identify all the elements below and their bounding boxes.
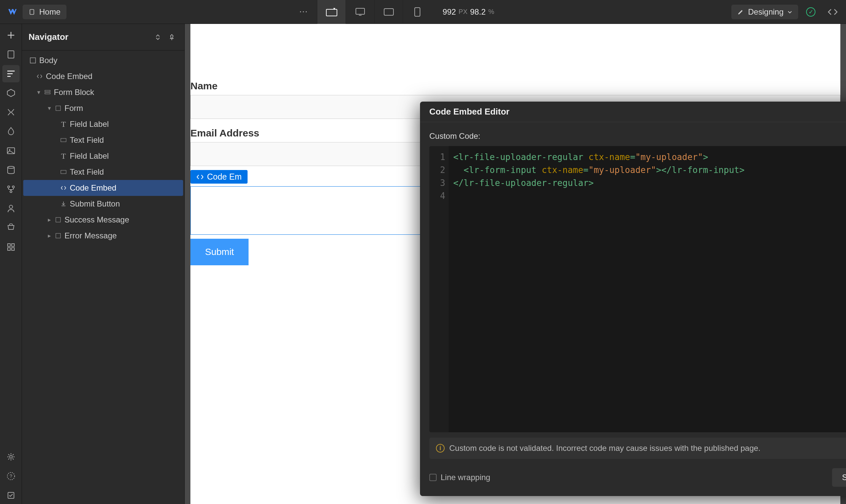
- apps-icon[interactable]: [2, 238, 20, 256]
- chevron-down-icon: [788, 10, 792, 14]
- device-desktop[interactable]: [346, 0, 374, 24]
- page-selector[interactable]: Home: [22, 5, 67, 19]
- label-icon: T: [60, 121, 67, 128]
- publish-status-icon[interactable]: ✓: [801, 3, 820, 21]
- form-icon: [54, 105, 62, 112]
- svg-rect-5: [415, 7, 420, 16]
- page-name: Home: [39, 7, 61, 17]
- svg-point-11: [12, 186, 14, 188]
- selected-element-tag[interactable]: Code Em: [190, 170, 247, 184]
- svg-rect-15: [12, 244, 14, 246]
- chevron-down-icon[interactable]: ▾: [36, 89, 41, 96]
- tree-code-embed[interactable]: Code Embed: [23, 68, 183, 84]
- svg-point-8: [9, 149, 10, 150]
- svg-rect-26: [61, 139, 66, 142]
- more-menu-button[interactable]: ⋯: [296, 4, 311, 20]
- ecommerce-icon[interactable]: [2, 219, 20, 236]
- form-block-icon: [44, 89, 51, 96]
- svg-rect-2: [356, 8, 364, 14]
- tree-form[interactable]: ▾ Form: [23, 100, 183, 116]
- modal-footer: Line wrapping Save Save & Close: [420, 468, 846, 496]
- tree-code-embed-selected[interactable]: Code Embed: [23, 180, 183, 196]
- navigator-icon[interactable]: [2, 65, 20, 82]
- users-icon[interactable]: [2, 200, 20, 217]
- chevron-right-icon[interactable]: ▸: [47, 216, 52, 223]
- input-icon: [60, 168, 67, 176]
- variables-icon[interactable]: [2, 104, 20, 121]
- modal-title: Code Embed Editor: [429, 107, 846, 117]
- collapse-all-icon[interactable]: [152, 31, 164, 43]
- zoom-value[interactable]: 98.2: [470, 7, 486, 17]
- svg-rect-22: [30, 58, 36, 63]
- mode-label: Designing: [748, 7, 783, 17]
- name-field-label[interactable]: Name: [190, 72, 840, 92]
- pages-icon[interactable]: [2, 46, 20, 63]
- code-embed-icon: [60, 184, 67, 192]
- mode-toggle[interactable]: Designing: [731, 5, 798, 19]
- container-icon: [54, 232, 62, 239]
- components-icon[interactable]: [2, 84, 20, 102]
- tree-success-message[interactable]: ▸ Success Message: [23, 212, 183, 228]
- submit-button[interactable]: Submit: [190, 239, 248, 265]
- device-tabs: [317, 0, 431, 24]
- canvas: Name Email Address Code Em Submit: [185, 24, 846, 504]
- tree-submit-button[interactable]: Submit Button: [23, 196, 183, 212]
- device-mobile[interactable]: [403, 0, 431, 24]
- style-icon[interactable]: [2, 123, 20, 140]
- tree-text-field[interactable]: Text Field: [23, 132, 183, 148]
- logic-icon[interactable]: [2, 181, 20, 198]
- pin-icon[interactable]: [166, 31, 178, 43]
- code-export-icon[interactable]: [824, 3, 842, 21]
- label-icon: T: [60, 152, 67, 160]
- svg-rect-23: [45, 90, 50, 92]
- chevron-right-icon[interactable]: ▸: [47, 232, 52, 239]
- body-icon: [29, 57, 37, 64]
- device-desktop-large[interactable]: [317, 0, 346, 24]
- cms-icon[interactable]: [2, 161, 20, 179]
- tree-text-field[interactable]: Text Field: [23, 164, 183, 180]
- tree-field-label[interactable]: T Field Label: [23, 116, 183, 132]
- viewport-unit: PX: [459, 8, 468, 16]
- device-tablet[interactable]: [374, 0, 403, 24]
- warning-icon: i: [436, 444, 445, 452]
- svg-point-10: [7, 186, 10, 188]
- brush-icon: [737, 8, 744, 15]
- tree-error-message[interactable]: ▸ Error Message: [23, 228, 183, 244]
- add-elements-icon[interactable]: [2, 26, 20, 44]
- svg-text:?: ?: [10, 473, 12, 479]
- line-wrapping-checkbox[interactable]: Line wrapping: [429, 473, 490, 482]
- svg-rect-3: [359, 15, 362, 16]
- checkbox-icon[interactable]: [429, 474, 437, 481]
- top-bar: Home ⋯ 992 PX 98.2 % D: [0, 0, 846, 24]
- navigator-panel: Navigator Body Code Embed ▾ Form Block: [22, 24, 185, 504]
- save-button[interactable]: Save: [832, 468, 846, 487]
- svg-rect-27: [61, 170, 66, 174]
- webflow-logo[interactable]: [4, 4, 19, 20]
- warning-text: Custom code is not validated. Incorrect …: [449, 444, 761, 453]
- tree-form-block[interactable]: ▾ Form Block: [23, 84, 183, 100]
- navigator-title: Navigator: [29, 32, 150, 42]
- tree-field-label[interactable]: T Field Label: [23, 148, 183, 164]
- code-content[interactable]: <lr-file-uploader-regular ctx-name="my-u…: [449, 146, 749, 432]
- svg-point-12: [10, 191, 12, 193]
- custom-code-label: Custom Code:: [429, 131, 846, 141]
- input-icon: [60, 137, 67, 144]
- settings-icon[interactable]: [2, 448, 20, 466]
- zoom-unit: %: [488, 8, 494, 16]
- audit-icon[interactable]: [2, 487, 20, 504]
- left-toolbar: ?: [0, 24, 22, 504]
- navigator-header: Navigator: [22, 24, 185, 51]
- chevron-down-icon[interactable]: ▾: [47, 105, 52, 112]
- assets-icon[interactable]: [2, 142, 20, 159]
- code-embed-icon: [196, 174, 204, 180]
- tree-body[interactable]: Body: [23, 52, 183, 68]
- help-icon[interactable]: ?: [2, 467, 20, 485]
- svg-rect-24: [45, 93, 50, 94]
- navigator-tree: Body Code Embed ▾ Form Block ▾ Form: [22, 51, 185, 246]
- svg-rect-6: [8, 51, 14, 58]
- svg-rect-28: [56, 217, 61, 222]
- viewport-width[interactable]: 992: [443, 7, 456, 17]
- submit-icon: [60, 200, 67, 208]
- validation-warning: i Custom code is not validated. Incorrec…: [429, 437, 846, 459]
- code-editor[interactable]: 1234 <lr-file-uploader-regular ctx-name=…: [429, 146, 846, 432]
